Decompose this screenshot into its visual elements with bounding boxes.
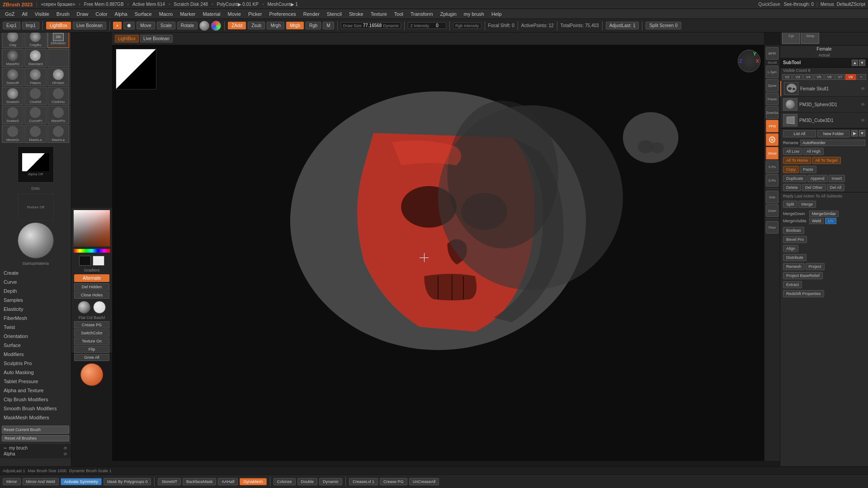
paste-btn[interactable]: Paste xyxy=(800,166,816,173)
brush-curvepi[interactable]: CurvePi xyxy=(24,106,46,124)
mod-smooth-brush[interactable]: Smooth Brush Modifiers xyxy=(0,404,71,413)
all-low-btn[interactable]: All Low xyxy=(783,148,802,155)
st-arrow-up[interactable]: ▲ xyxy=(852,60,858,66)
mod-elasticity[interactable]: Elasticity xyxy=(0,305,71,314)
menu-picker[interactable]: Picker xyxy=(245,10,265,18)
mirror-btn[interactable]: Mirror xyxy=(3,478,21,485)
duplicate-btn[interactable]: Duplicate xyxy=(783,175,807,182)
list-all-btn[interactable]: List All xyxy=(783,130,816,137)
brush-standard[interactable]: Standard xyxy=(24,49,46,67)
close-holes-btn[interactable]: Close Holes xyxy=(74,291,109,299)
ri-zpose[interactable]: Zpose xyxy=(766,79,778,92)
insert-btn[interactable]: Insert xyxy=(829,175,845,182)
mod-create[interactable]: Create xyxy=(0,268,71,277)
brush-snakeh[interactable]: SnakeH xyxy=(2,87,24,105)
rgb-btn[interactable]: Rgb xyxy=(306,22,321,29)
mod-clip-brush[interactable]: Clip Brush Modifiers xyxy=(0,395,71,404)
menu-tool[interactable]: Tool xyxy=(391,10,406,18)
brush-clothho[interactable]: ClothHo xyxy=(47,87,69,105)
v3-btn[interactable]: V3 xyxy=(793,74,802,80)
menu-color[interactable]: Color xyxy=(92,10,110,18)
mod-fibermesh[interactable]: FiberMesh xyxy=(0,314,71,323)
list-arrow2[interactable]: ▼ xyxy=(859,130,865,136)
brush-mashla2[interactable]: MashLa xyxy=(47,125,69,143)
crease-lvl-btn[interactable]: CreaseLvl 1 xyxy=(349,478,378,485)
boolean-btn[interactable]: Boolean xyxy=(783,227,804,234)
merge-btn[interactable]: Merge xyxy=(798,201,816,208)
menu-all[interactable]: All xyxy=(19,10,30,18)
colorize-btn[interactable]: Colorize xyxy=(274,478,296,485)
all-to-home-btn[interactable]: All To Home xyxy=(783,157,811,164)
mod-auto-masking[interactable]: Auto Masking xyxy=(0,368,71,377)
brush-clothm[interactable]: ClothM xyxy=(24,87,46,105)
new-folder-btn[interactable]: New Folder xyxy=(817,130,850,137)
menu-help[interactable]: Help xyxy=(488,10,505,18)
lightbox-vp-btn[interactable]: LightBox xyxy=(115,35,139,42)
mrgb-btn[interactable]: Mrgb xyxy=(286,22,304,29)
dynamic-label[interactable]: Dynamic xyxy=(383,23,399,28)
split-screen-btn[interactable]: Split Screen 0 xyxy=(646,22,681,29)
menu-marker[interactable]: Marker xyxy=(177,10,198,18)
store-mt-btn[interactable]: StoreMT xyxy=(158,478,181,485)
subtool-sphere[interactable]: PM3D_Sphere3D1 👁 xyxy=(780,97,868,113)
alpha-action[interactable]: ⟳ xyxy=(64,452,67,456)
mod-tablet-pressure[interactable]: Tablet Pressure xyxy=(0,377,71,386)
subtool-cube[interactable]: PM3D_Cube3D1 👁 xyxy=(780,113,868,128)
reset-current-brush[interactable]: Reset Current Brush xyxy=(2,426,69,434)
double-btn[interactable]: Double xyxy=(297,478,318,485)
brush-maskre[interactable]: MaskRe xyxy=(2,49,24,67)
mod-surface[interactable]: Surface xyxy=(0,341,71,350)
brush-meshpiv[interactable]: MeshPiv xyxy=(47,106,69,124)
extract-btn[interactable]: Extract xyxy=(783,281,802,288)
v-extra[interactable]: + xyxy=(856,74,866,80)
draw-mode-btn[interactable]: ▪ xyxy=(113,22,122,29)
list-arrow1[interactable]: ▶ xyxy=(851,130,858,136)
ri-spiv2[interactable]: S.Piv xyxy=(766,174,778,187)
rgb-circle[interactable] xyxy=(211,21,221,31)
del-all-btn[interactable]: Del All xyxy=(827,184,845,191)
st-arrow-down[interactable]: ▼ xyxy=(859,60,865,66)
ri-frame[interactable]: Frame xyxy=(766,93,778,105)
viewport[interactable] xyxy=(112,45,764,461)
auto-reorder-btn[interactable]: AutoReorder xyxy=(800,140,865,146)
uncrease-all-btn[interactable]: UnCreaseAll xyxy=(409,478,439,485)
default-zscript[interactable]: DefaultZScript xyxy=(837,2,865,7)
mrgh-btn[interactable]: Mrgh xyxy=(267,22,284,29)
exp-btn[interactable]: Exp1 xyxy=(3,22,20,29)
quicksave-btn[interactable]: QuickSave xyxy=(758,2,780,7)
brush-claybu[interactable]: ClayBu xyxy=(24,30,46,48)
zsub-btn[interactable]: Zsub xyxy=(248,22,265,29)
ri-zoom[interactable]: Zoom xyxy=(766,204,778,217)
brush-clay[interactable]: Clay xyxy=(2,30,24,48)
texture-on-btn[interactable]: Texture On xyxy=(74,338,109,345)
menu-movie[interactable]: Movie xyxy=(225,10,244,18)
project-btn[interactable]: Project xyxy=(806,263,825,270)
distribute-btn[interactable]: Distribute xyxy=(783,254,807,261)
v7-btn[interactable]: V7 xyxy=(835,74,845,80)
menu-render[interactable]: Render xyxy=(300,10,323,18)
all-high-btn[interactable]: All High xyxy=(803,148,824,155)
v2-btn[interactable]: V2 xyxy=(782,74,792,80)
aahalf-btn[interactable]: AAHalf xyxy=(218,478,238,485)
brush-snakes[interactable]: SnakeS xyxy=(2,106,24,124)
redshift-props-btn[interactable]: Redshift Properties xyxy=(783,290,824,297)
reset-all-brushes[interactable]: Reset All Brushes xyxy=(2,435,69,441)
my-brush-action1[interactable]: ⟳ xyxy=(64,446,67,450)
delete-btn[interactable]: Delete xyxy=(783,184,801,191)
ri-spiv1[interactable]: S.Piv xyxy=(766,160,778,173)
menu-surface[interactable]: Surface xyxy=(132,10,155,18)
menu-preferences[interactable]: Preferences xyxy=(266,10,299,18)
crease-pg-btn[interactable]: Crease PG xyxy=(74,321,109,328)
ri-zoomsu[interactable]: ZoomSu xyxy=(766,106,778,119)
dynames-btn[interactable]: DynaMesh xyxy=(240,478,266,485)
move-btn[interactable]: Move xyxy=(137,22,155,29)
mod-alpha-texture[interactable]: Alpha and Texture xyxy=(0,386,71,395)
subtool-eye-1[interactable]: 👁 xyxy=(861,86,865,91)
mod-samples[interactable]: Samples xyxy=(0,296,71,305)
menu-zplugin[interactable]: Zplugin xyxy=(437,10,460,18)
ri-bpr[interactable]: BPR xyxy=(766,47,778,60)
ri-lsym[interactable]: L.Sym xyxy=(766,66,778,78)
z-intensity-val[interactable]: 0 xyxy=(430,23,444,28)
menu-macro[interactable]: Macro xyxy=(156,10,176,18)
mod-curve[interactable]: Curve xyxy=(0,277,71,286)
